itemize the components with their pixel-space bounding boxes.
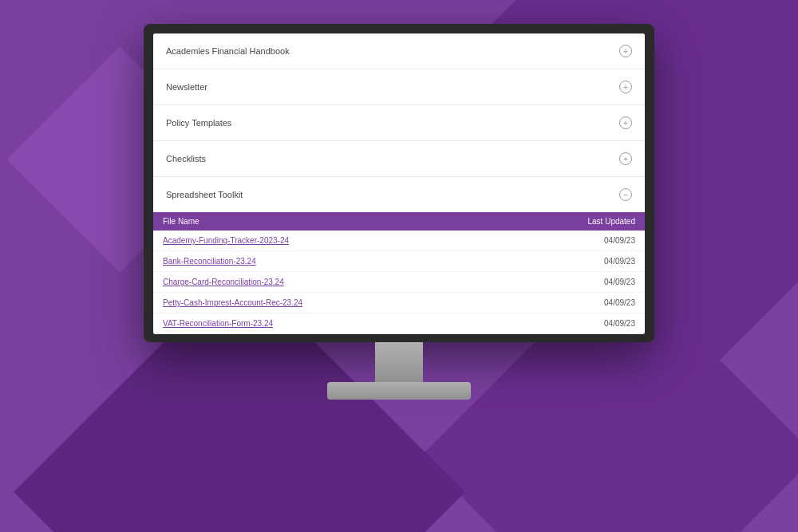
table-cell-file-name: Bank-Reconciliation-23.24 [153, 251, 500, 272]
accordion-icon-academies-financial-handbook: + [619, 45, 632, 57]
accordion-header-policy-templates[interactable]: Policy Templates + [153, 105, 645, 140]
accordion-title-academies-financial-handbook: Academies Financial Handbook [166, 46, 290, 56]
monitor-stand-neck [375, 342, 423, 382]
accordion-header-newsletter[interactable]: Newsletter + [153, 69, 645, 104]
accordion-header-spreadsheet-toolkit[interactable]: Spreadsheet Toolkit − [153, 177, 645, 212]
table-row: Charge-Card-Reconciliation-23.2404/09/23 [153, 272, 645, 293]
monitor-stand-base [327, 382, 471, 400]
monitor-frame: Academies Financial Handbook + Newslette… [144, 24, 654, 342]
monitor: Academies Financial Handbook + Newslette… [144, 24, 654, 400]
table-header-row: File Name Last Updated [153, 212, 645, 231]
column-header-last-updated: Last Updated [500, 212, 645, 231]
table-row: Academy-Funding-Tracker-2023-2404/09/23 [153, 231, 645, 251]
file-link[interactable]: Academy-Funding-Tracker-2023-24 [163, 236, 289, 245]
file-table: File Name Last Updated Academy-Funding-T… [153, 212, 645, 333]
column-header-file-name: File Name [153, 212, 500, 231]
table-cell-last-updated: 04/09/23 [500, 293, 645, 313]
accordion-icon-spreadsheet-toolkit: − [619, 188, 632, 201]
table-cell-last-updated: 04/09/23 [500, 251, 645, 272]
accordion-item-policy-templates: Policy Templates + [153, 105, 645, 141]
accordion-header-checklists[interactable]: Checklists + [153, 141, 645, 176]
table-row: VAT-Reconciliation-Form-23.2404/09/23 [153, 313, 645, 334]
accordion-item-academies-financial-handbook: Academies Financial Handbook + [153, 33, 645, 69]
table-cell-file-name: Academy-Funding-Tracker-2023-24 [153, 231, 500, 251]
table-cell-file-name: VAT-Reconciliation-Form-23.24 [153, 313, 500, 334]
accordion-item-checklists: Checklists + [153, 141, 645, 177]
file-link[interactable]: Bank-Reconciliation-23.24 [163, 257, 256, 266]
accordion-item-spreadsheet-toolkit: Spreadsheet Toolkit − File Name Last Upd… [153, 177, 645, 334]
table-cell-file-name: Charge-Card-Reconciliation-23.24 [153, 272, 500, 293]
table-cell-last-updated: 04/09/23 [500, 272, 645, 293]
accordion-title-spreadsheet-toolkit: Spreadsheet Toolkit [166, 190, 243, 199]
accordion-icon-checklists: + [619, 152, 632, 165]
accordion-item-newsletter: Newsletter + [153, 69, 645, 105]
table-cell-last-updated: 04/09/23 [500, 313, 645, 334]
accordion-icon-newsletter: + [619, 81, 632, 93]
accordion-icon-policy-templates: + [619, 116, 632, 129]
table-cell-last-updated: 04/09/23 [500, 231, 645, 251]
accordion-title-checklists: Checklists [166, 154, 206, 164]
table-row: Bank-Reconciliation-23.2404/09/23 [153, 251, 645, 272]
file-link[interactable]: Charge-Card-Reconciliation-23.24 [163, 278, 284, 286]
monitor-screen: Academies Financial Handbook + Newslette… [153, 33, 645, 334]
table-row: Petty-Cash-Imprest-Account-Rec-23.2404/0… [153, 293, 645, 313]
file-link[interactable]: VAT-Reconciliation-Form-23.24 [163, 319, 273, 328]
file-table-container: File Name Last Updated Academy-Funding-T… [153, 212, 645, 333]
accordion-header-academies-financial-handbook[interactable]: Academies Financial Handbook + [153, 33, 645, 69]
accordion-title-policy-templates: Policy Templates [166, 118, 231, 128]
table-cell-file-name: Petty-Cash-Imprest-Account-Rec-23.24 [153, 293, 500, 313]
accordion-title-newsletter: Newsletter [166, 82, 207, 92]
file-link[interactable]: Petty-Cash-Imprest-Account-Rec-23.24 [163, 298, 302, 307]
screen-content: Academies Financial Handbook + Newslette… [153, 33, 645, 334]
